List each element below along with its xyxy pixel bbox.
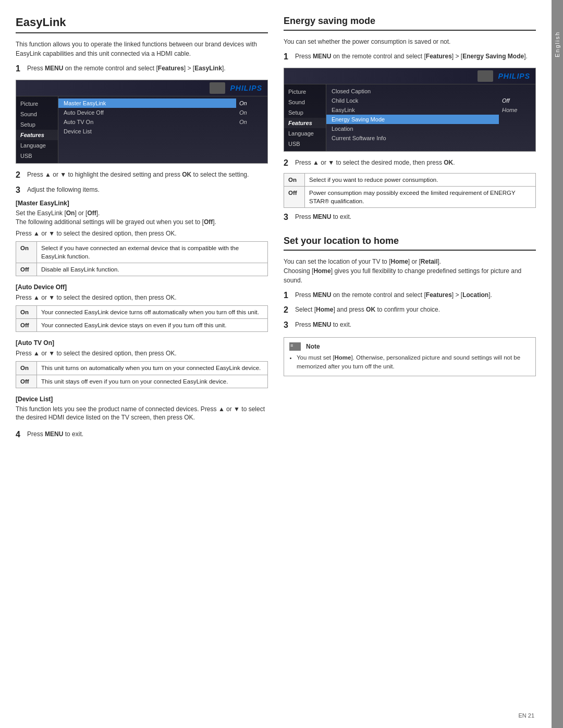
energy-step-num-1: 1: [284, 52, 292, 63]
opt-key-off: Off: [284, 186, 305, 207]
opt-key-on: On: [16, 362, 37, 375]
menu-item-setup: Setup: [16, 119, 58, 130]
easylink-step3-text: Adjust the following items.: [27, 185, 100, 194]
menu-center-softwareinfo: Current Software Info: [326, 133, 499, 143]
menu-center-autodeviceoff: Auto Device Off: [58, 108, 236, 117]
menu-right-item-4: Off: [499, 96, 535, 105]
note-header: ≡ Note: [289, 342, 530, 351]
table-row: Off This unit stays off even if you turn…: [16, 375, 268, 388]
menu-body: Picture Sound Setup Features Language US…: [16, 96, 267, 163]
energy-saving-intro: You can set whether the power consumptio…: [284, 37, 536, 46]
easylink-step1: 1 Press MENU on the remote control and s…: [16, 64, 268, 75]
auto-tv-on-label: [Auto TV On]: [16, 339, 268, 347]
menu-item-features: Features: [284, 118, 326, 128]
menu-center-energysaving: Energy Saving Mode: [326, 115, 499, 124]
tv-icon: [210, 82, 225, 94]
location-step-num-3: 3: [284, 320, 292, 331]
note-icon: ≡: [289, 342, 301, 351]
easylink-title: EasyLink: [16, 16, 268, 33]
auto-tv-on-table: On This unit turns on automatically when…: [16, 361, 268, 388]
energy-step1-text: Press MENU on the remote control and sel…: [295, 52, 528, 61]
opt-val-off: Disable all EasyLink function.: [37, 263, 268, 276]
easylink-step2-text: Press ▲ or ▼ to highlight the desired se…: [27, 170, 249, 179]
location-step3-text: Press MENU to exit.: [295, 320, 351, 329]
energy-menu-center: Closed Caption Child Lock EasyLink Energ…: [326, 84, 499, 151]
opt-val-on: Your connected EasyLink device turns off…: [37, 306, 268, 319]
easylink-step4: 4 Press MENU to exit.: [16, 429, 268, 440]
philips-logo: PHILIPS: [230, 84, 262, 92]
location-step1: 1 Press MENU on the remote control and s…: [284, 290, 536, 301]
opt-val-off: Power consumption may possibly exceed th…: [305, 186, 536, 207]
menu-header: PHILIPS: [16, 80, 267, 96]
energy-menu-body: Picture Sound Setup Features Language US…: [284, 84, 535, 151]
right-column: Energy saving mode You can set whether t…: [284, 16, 536, 712]
table-row: On Your connected EasyLink device turns …: [16, 306, 268, 319]
auto-tv-on-press: Press ▲ or ▼ to select the desired optio…: [16, 349, 268, 358]
menu-center-easylink: EasyLink: [326, 105, 499, 115]
menu-center-devicelist: Device List: [58, 127, 236, 136]
menu-center-mastereasylink: Master EasyLink: [58, 98, 236, 108]
table-row: Off Disable all EasyLink function.: [16, 263, 268, 276]
menu-right-item-6: [499, 115, 535, 118]
table-row: On Select if you have connected an exter…: [16, 241, 268, 263]
set-location-intro: You can set the location of your TV to […: [284, 257, 536, 285]
master-easylink-table: On Select if you have connected an exter…: [16, 241, 268, 276]
auto-tv-on-section: [Auto TV On] Press ▲ or ▼ to select the …: [16, 339, 268, 388]
easylink-step2: 2 Press ▲ or ▼ to highlight the desired …: [16, 170, 268, 181]
energy-step2-text: Press ▲ or ▼ to select the desired mode,…: [295, 158, 455, 167]
opt-val-on: Select if you have connected an external…: [37, 241, 268, 263]
energy-step-num-2: 2: [284, 158, 292, 169]
menu-item-features: Features: [16, 130, 58, 140]
menu-right-item-2: On: [236, 108, 267, 117]
menu-item-sound: Sound: [284, 97, 326, 107]
opt-val-on: This unit turns on automatically when yo…: [37, 362, 268, 375]
device-list-section: [Device List] This function lets you see…: [16, 396, 268, 423]
auto-device-off-press: Press ▲ or ▼ to select the desired optio…: [16, 293, 268, 302]
set-location-wrapper: Set your location to home You can set th…: [284, 236, 536, 376]
auto-device-off-section: [Auto Device Off] Press ▲ or ▼ to select…: [16, 283, 268, 332]
energy-options-table: On Select if you want to reduce power co…: [284, 173, 536, 208]
menu-left-panel: Picture Sound Setup Features Language US…: [16, 96, 58, 163]
easylink-menu: PHILIPS Picture Sound Setup Features Lan…: [16, 80, 268, 164]
menu-item-setup: Setup: [284, 107, 326, 118]
opt-val-off: Your connected EasyLink device stays on …: [37, 319, 268, 332]
note-item: You must set [Home]. Otherwise, personal…: [297, 353, 530, 372]
philips-logo: PHILIPS: [498, 72, 530, 80]
left-column: EasyLink This function allows you to ope…: [16, 16, 268, 712]
location-step2-text: Select [Home] and press OK to confirm yo…: [295, 305, 440, 314]
opt-key-off: Off: [16, 319, 37, 332]
set-location-title: Set your location to home: [284, 236, 536, 251]
menu-center-childlock: Child Lock: [326, 96, 499, 105]
menu-right-item-1: On: [236, 98, 267, 108]
table-row: Off Power consumption may possibly excee…: [284, 186, 536, 207]
location-step3: 3 Press MENU to exit.: [284, 320, 536, 331]
energy-step1: 1 Press MENU on the remote control and s…: [284, 52, 536, 63]
menu-item-picture: Picture: [284, 87, 326, 97]
master-easylink-section: [Master EasyLink] Set the EasyLink [On] …: [16, 200, 268, 276]
opt-key-on: On: [284, 173, 305, 186]
page-footer: EN 21: [518, 712, 534, 719]
side-tab: English: [552, 0, 563, 728]
side-tab-text: English: [554, 31, 560, 57]
location-step-num-1: 1: [284, 290, 292, 301]
tv-icon: [478, 70, 493, 82]
page: EasyLink This function allows you to ope…: [0, 0, 563, 728]
location-step-num-2: 2: [284, 305, 292, 316]
step-num-3: 3: [16, 185, 24, 196]
energy-step2: 2 Press ▲ or ▼ to select the desired mod…: [284, 158, 536, 169]
menu-center-panel: Master EasyLink Auto Device Off Auto TV …: [58, 96, 236, 163]
auto-device-off-table: On Your connected EasyLink device turns …: [16, 305, 268, 332]
step-num-1: 1: [16, 64, 24, 75]
note-list: You must set [Home]. Otherwise, personal…: [289, 353, 530, 372]
master-easylink-label: [Master EasyLink]: [16, 200, 268, 207]
menu-right-item-5: Home: [499, 105, 535, 115]
location-step2: 2 Select [Home] and press OK to confirm …: [284, 305, 536, 316]
energy-menu-left: Picture Sound Setup Features Language US…: [284, 84, 326, 151]
energy-menu-header: PHILIPS: [284, 68, 535, 84]
menu-right-panel: On On On: [236, 96, 267, 163]
menu-center-closedcaption: Closed Caption: [326, 87, 499, 96]
energy-menu: PHILIPS Picture Sound Setup Features Lan…: [284, 68, 536, 152]
note-box: ≡ Note You must set [Home]. Otherwise, p…: [284, 337, 536, 376]
table-row: Off Your connected EasyLink device stays…: [16, 319, 268, 332]
opt-key-on: On: [16, 306, 37, 319]
